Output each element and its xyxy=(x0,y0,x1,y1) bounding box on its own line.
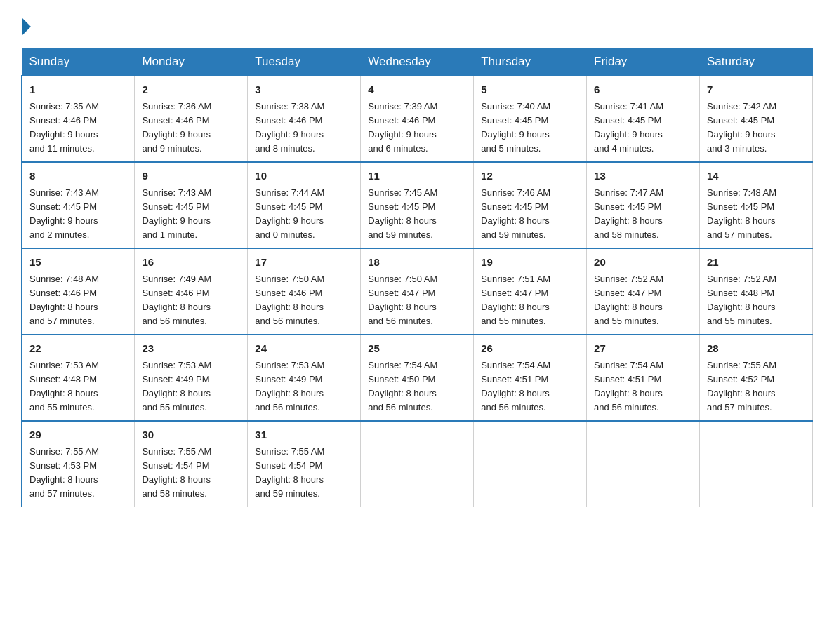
calendar-cell: 13Sunrise: 7:47 AMSunset: 4:45 PMDayligh… xyxy=(587,162,700,248)
calendar-cell: 4Sunrise: 7:39 AMSunset: 4:46 PMDaylight… xyxy=(361,76,474,162)
day-number: 25 xyxy=(368,341,466,357)
day-info: Sunrise: 7:45 AMSunset: 4:45 PMDaylight:… xyxy=(368,187,437,240)
calendar-cell: 5Sunrise: 7:40 AMSunset: 4:45 PMDaylight… xyxy=(474,76,587,162)
day-number: 7 xyxy=(707,82,805,98)
day-info: Sunrise: 7:49 AMSunset: 4:46 PMDaylight:… xyxy=(142,274,211,326)
calendar-cell xyxy=(474,421,587,507)
header-saturday: Saturday xyxy=(700,48,813,76)
day-info: Sunrise: 7:50 AMSunset: 4:46 PMDaylight:… xyxy=(255,274,324,326)
day-number: 8 xyxy=(29,168,127,185)
calendar-cell: 30Sunrise: 7:55 AMSunset: 4:54 PMDayligh… xyxy=(135,421,248,507)
calendar-cell: 9Sunrise: 7:43 AMSunset: 4:45 PMDaylight… xyxy=(135,162,248,248)
calendar-cell: 18Sunrise: 7:50 AMSunset: 4:47 PMDayligh… xyxy=(361,248,474,335)
day-number: 12 xyxy=(481,168,579,185)
calendar-week-4: 22Sunrise: 7:53 AMSunset: 4:48 PMDayligh… xyxy=(22,335,813,421)
calendar-cell: 15Sunrise: 7:48 AMSunset: 4:46 PMDayligh… xyxy=(22,248,135,335)
calendar-cell: 27Sunrise: 7:54 AMSunset: 4:51 PMDayligh… xyxy=(587,335,700,421)
day-number: 22 xyxy=(29,341,127,357)
day-info: Sunrise: 7:41 AMSunset: 4:45 PMDaylight:… xyxy=(594,101,663,154)
day-number: 29 xyxy=(29,427,127,443)
day-info: Sunrise: 7:54 AMSunset: 4:51 PMDaylight:… xyxy=(594,360,663,412)
day-number: 27 xyxy=(594,341,692,357)
day-info: Sunrise: 7:42 AMSunset: 4:45 PMDaylight:… xyxy=(707,101,776,154)
calendar-table: SundayMondayTuesdayWednesdayThursdayFrid… xyxy=(21,48,813,507)
day-info: Sunrise: 7:47 AMSunset: 4:45 PMDaylight:… xyxy=(594,187,663,240)
day-number: 5 xyxy=(481,82,579,98)
day-info: Sunrise: 7:48 AMSunset: 4:46 PMDaylight:… xyxy=(29,274,99,326)
calendar-cell: 22Sunrise: 7:53 AMSunset: 4:48 PMDayligh… xyxy=(22,335,135,421)
calendar-cell: 31Sunrise: 7:55 AMSunset: 4:54 PMDayligh… xyxy=(248,421,361,507)
day-number: 6 xyxy=(594,82,692,98)
calendar-cell: 17Sunrise: 7:50 AMSunset: 4:46 PMDayligh… xyxy=(248,248,361,335)
header-tuesday: Tuesday xyxy=(248,48,361,76)
day-info: Sunrise: 7:40 AMSunset: 4:45 PMDaylight:… xyxy=(481,101,550,154)
day-info: Sunrise: 7:35 AMSunset: 4:46 PMDaylight:… xyxy=(29,101,99,154)
day-info: Sunrise: 7:55 AMSunset: 4:53 PMDaylight:… xyxy=(29,446,99,499)
day-info: Sunrise: 7:52 AMSunset: 4:47 PMDaylight:… xyxy=(594,274,663,326)
header-wednesday: Wednesday xyxy=(361,48,474,76)
day-info: Sunrise: 7:44 AMSunset: 4:45 PMDaylight:… xyxy=(255,187,324,240)
calendar-cell: 11Sunrise: 7:45 AMSunset: 4:45 PMDayligh… xyxy=(361,162,474,248)
day-number: 16 xyxy=(142,255,240,271)
day-info: Sunrise: 7:43 AMSunset: 4:45 PMDaylight:… xyxy=(29,187,99,240)
day-number: 31 xyxy=(255,427,353,443)
day-info: Sunrise: 7:55 AMSunset: 4:54 PMDaylight:… xyxy=(255,446,324,499)
calendar-cell: 21Sunrise: 7:52 AMSunset: 4:48 PMDayligh… xyxy=(700,248,813,335)
logo xyxy=(21,20,31,35)
day-info: Sunrise: 7:55 AMSunset: 4:54 PMDaylight:… xyxy=(142,446,211,499)
calendar-cell: 20Sunrise: 7:52 AMSunset: 4:47 PMDayligh… xyxy=(587,248,700,335)
day-info: Sunrise: 7:53 AMSunset: 4:48 PMDaylight:… xyxy=(29,360,99,412)
day-info: Sunrise: 7:36 AMSunset: 4:46 PMDaylight:… xyxy=(142,101,211,154)
calendar-week-3: 15Sunrise: 7:48 AMSunset: 4:46 PMDayligh… xyxy=(22,248,813,335)
day-info: Sunrise: 7:46 AMSunset: 4:45 PMDaylight:… xyxy=(481,187,550,240)
calendar-cell: 19Sunrise: 7:51 AMSunset: 4:47 PMDayligh… xyxy=(474,248,587,335)
day-number: 3 xyxy=(255,82,353,98)
day-number: 17 xyxy=(255,255,353,271)
day-number: 4 xyxy=(368,82,466,98)
calendar-cell: 8Sunrise: 7:43 AMSunset: 4:45 PMDaylight… xyxy=(22,162,135,248)
calendar-week-5: 29Sunrise: 7:55 AMSunset: 4:53 PMDayligh… xyxy=(22,421,813,507)
calendar-cell: 2Sunrise: 7:36 AMSunset: 4:46 PMDaylight… xyxy=(135,76,248,162)
day-info: Sunrise: 7:50 AMSunset: 4:47 PMDaylight:… xyxy=(368,274,437,326)
calendar-cell: 16Sunrise: 7:49 AMSunset: 4:46 PMDayligh… xyxy=(135,248,248,335)
day-info: Sunrise: 7:51 AMSunset: 4:47 PMDaylight:… xyxy=(481,274,550,326)
day-number: 26 xyxy=(481,341,579,357)
calendar-week-2: 8Sunrise: 7:43 AMSunset: 4:45 PMDaylight… xyxy=(22,162,813,248)
calendar-cell: 1Sunrise: 7:35 AMSunset: 4:46 PMDaylight… xyxy=(22,76,135,162)
logo-arrow-icon xyxy=(22,18,31,35)
day-info: Sunrise: 7:55 AMSunset: 4:52 PMDaylight:… xyxy=(707,360,776,412)
header-sunday: Sunday xyxy=(22,48,135,76)
calendar-cell: 23Sunrise: 7:53 AMSunset: 4:49 PMDayligh… xyxy=(135,335,248,421)
day-number: 23 xyxy=(142,341,240,357)
header-monday: Monday xyxy=(135,48,248,76)
day-number: 24 xyxy=(255,341,353,357)
header-thursday: Thursday xyxy=(474,48,587,76)
day-info: Sunrise: 7:53 AMSunset: 4:49 PMDaylight:… xyxy=(142,360,211,412)
calendar-cell: 25Sunrise: 7:54 AMSunset: 4:50 PMDayligh… xyxy=(361,335,474,421)
day-number: 19 xyxy=(481,255,579,271)
calendar-cell: 26Sunrise: 7:54 AMSunset: 4:51 PMDayligh… xyxy=(474,335,587,421)
day-number: 13 xyxy=(594,168,692,185)
day-number: 1 xyxy=(29,82,127,98)
calendar-cell: 6Sunrise: 7:41 AMSunset: 4:45 PMDaylight… xyxy=(587,76,700,162)
day-info: Sunrise: 7:39 AMSunset: 4:46 PMDaylight:… xyxy=(368,101,437,154)
day-number: 21 xyxy=(707,255,805,271)
day-info: Sunrise: 7:48 AMSunset: 4:45 PMDaylight:… xyxy=(707,187,776,240)
calendar-cell xyxy=(361,421,474,507)
day-info: Sunrise: 7:54 AMSunset: 4:50 PMDaylight:… xyxy=(368,360,437,412)
page-header xyxy=(21,14,813,35)
calendar-cell: 24Sunrise: 7:53 AMSunset: 4:49 PMDayligh… xyxy=(248,335,361,421)
day-number: 15 xyxy=(29,255,127,271)
calendar-cell: 12Sunrise: 7:46 AMSunset: 4:45 PMDayligh… xyxy=(474,162,587,248)
calendar-cell: 14Sunrise: 7:48 AMSunset: 4:45 PMDayligh… xyxy=(700,162,813,248)
calendar-cell: 7Sunrise: 7:42 AMSunset: 4:45 PMDaylight… xyxy=(700,76,813,162)
calendar-cell xyxy=(700,421,813,507)
day-info: Sunrise: 7:52 AMSunset: 4:48 PMDaylight:… xyxy=(707,274,776,326)
day-info: Sunrise: 7:43 AMSunset: 4:45 PMDaylight:… xyxy=(142,187,211,240)
day-number: 9 xyxy=(142,168,240,185)
day-info: Sunrise: 7:38 AMSunset: 4:46 PMDaylight:… xyxy=(255,101,324,154)
day-number: 30 xyxy=(142,427,240,443)
calendar-week-1: 1Sunrise: 7:35 AMSunset: 4:46 PMDaylight… xyxy=(22,76,813,162)
day-info: Sunrise: 7:54 AMSunset: 4:51 PMDaylight:… xyxy=(481,360,550,412)
header-friday: Friday xyxy=(587,48,700,76)
